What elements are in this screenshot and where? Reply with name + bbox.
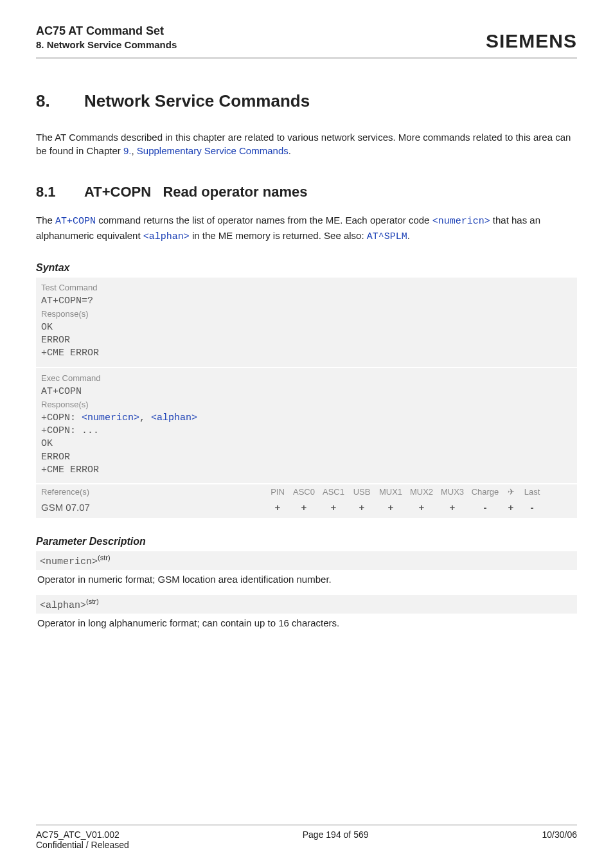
exec-command-label: Exec Command — [41, 373, 572, 383]
param-alphan-name: <alphan> — [40, 600, 86, 611]
col-asc0: ASC0 — [289, 487, 319, 497]
intro-text: The AT Commands described in this chapte… — [36, 132, 571, 157]
reference-label: Reference(s) — [41, 487, 266, 497]
brand-logo: SIEMENS — [486, 30, 577, 52]
val-asc0: + — [289, 502, 319, 513]
val-last: - — [519, 502, 545, 513]
col-mux1: MUX1 — [375, 487, 406, 497]
chapter-link[interactable]: 9. — [123, 145, 132, 156]
sp-t1: The — [36, 215, 55, 226]
chapter-heading: 8.Network Service Commands — [36, 91, 577, 111]
val-asc1: + — [319, 502, 348, 513]
atcopn-link[interactable]: AT+COPN — [55, 216, 96, 227]
param-alphan-desc: Operator in long alphanumeric format; ca… — [36, 614, 577, 635]
intro-end: . — [289, 145, 291, 156]
section-cmd: AT+COPN — [84, 184, 151, 200]
doc-title: AC75 AT Command Set — [36, 23, 177, 39]
val-mux1: + — [375, 502, 406, 513]
exec-response-ok: OK — [41, 438, 572, 450]
section-number: 8.1 — [36, 184, 84, 200]
chapter-title: Network Service Commands — [84, 91, 310, 111]
syntax-heading: Syntax — [36, 262, 577, 274]
val-air: + — [502, 502, 519, 513]
col-charge: Charge — [468, 487, 502, 497]
atsplm-link[interactable]: AT^SPLM — [367, 231, 407, 242]
numericn-link[interactable]: <numericn> — [432, 216, 490, 227]
exec-response-label: Response(s) — [41, 400, 572, 409]
val-usb: + — [348, 502, 375, 513]
r1c: , — [139, 412, 151, 423]
r1a: +COPN: — [41, 412, 82, 423]
param-numericn-box: <numericn>(str) — [36, 551, 577, 570]
reference-value-row: GSM 07.07 + + + + + + + - + - — [36, 498, 577, 518]
sp-t4: in the ME memory is returned. See also: — [190, 230, 367, 241]
footer-center: Page 194 of 569 — [129, 829, 542, 850]
alphan-link[interactable]: <alphan> — [143, 231, 190, 242]
param-alphan-box: <alphan>(str) — [36, 595, 577, 614]
chapter-number: 8. — [36, 91, 84, 111]
doc-subtitle: 8. Network Service Commands — [36, 39, 177, 51]
param-alphan-type: (str) — [86, 598, 99, 605]
intro-sep: , — [131, 145, 136, 156]
intro-paragraph: The AT Commands described in this chapte… — [36, 130, 577, 159]
exec-response-line2: +COPN: ... — [41, 425, 572, 438]
exec-response-cme: +CME ERROR — [41, 464, 572, 477]
numericn-param-link[interactable]: <numericn> — [82, 412, 139, 423]
exec-command-box: Exec Command AT+COPN Response(s) +COPN: … — [36, 368, 577, 485]
reference-value-cols: + + + + + + + - + - — [266, 502, 545, 513]
section-paragraph: The AT+COPN command returns the list of … — [36, 213, 577, 244]
exec-response-error: ERROR — [41, 451, 572, 464]
reference-columns: PIN ASC0 ASC1 USB MUX1 MUX2 MUX3 Charge … — [266, 487, 545, 497]
test-response-ok: OK — [41, 321, 572, 334]
val-pin: + — [266, 502, 289, 513]
page-footer: AC75_ATC_V01.002 Confidential / Released… — [36, 824, 577, 850]
param-numericn-type: (str) — [98, 554, 111, 562]
test-command-cmd: AT+COPN=? — [41, 295, 572, 308]
footer-left: AC75_ATC_V01.002 Confidential / Released — [36, 829, 129, 850]
supplementary-link[interactable]: Supplementary Service Commands — [137, 145, 289, 156]
section-title: Read operator names — [163, 184, 307, 200]
test-response-cme: +CME ERROR — [41, 347, 572, 360]
col-mux3: MUX3 — [437, 487, 468, 497]
footer-version: AC75_ATC_V01.002 — [36, 829, 129, 840]
param-numericn-name: <numericn> — [40, 556, 98, 567]
param-desc-heading: Parameter Description — [36, 536, 577, 547]
footer-confidential: Confidential / Released — [36, 840, 129, 850]
col-pin: PIN — [266, 487, 289, 497]
val-charge: - — [468, 502, 502, 513]
sp-t2: command returns the list of operator nam… — [96, 215, 432, 226]
test-response-label: Response(s) — [41, 309, 572, 319]
page-header: AC75 AT Command Set 8. Network Service C… — [36, 23, 577, 59]
col-asc1: ASC1 — [319, 487, 348, 497]
col-airplane-icon: ✈ — [502, 487, 519, 497]
test-response-error: ERROR — [41, 334, 572, 347]
exec-response-line1: +COPN: <numericn>, <alphan> — [41, 412, 572, 425]
col-last: Last — [519, 487, 545, 497]
exec-command-cmd: AT+COPN — [41, 385, 572, 398]
param-numericn-desc: Operator in numeric format; GSM location… — [36, 570, 577, 591]
test-command-box: Test Command AT+COPN=? Response(s) OK ER… — [36, 278, 577, 368]
test-command-label: Test Command — [41, 283, 572, 292]
reference-header-row: Reference(s) PIN ASC0 ASC1 USB MUX1 MUX2… — [36, 484, 577, 498]
col-usb: USB — [348, 487, 375, 497]
section-heading: 8.1AT+COPN Read operator names — [36, 184, 577, 200]
reference-value: GSM 07.07 — [41, 502, 266, 513]
sp-t5: . — [407, 230, 410, 241]
col-mux2: MUX2 — [406, 487, 437, 497]
val-mux2: + — [406, 502, 437, 513]
alphan-param-link[interactable]: <alphan> — [151, 412, 197, 423]
footer-right: 10/30/06 — [542, 829, 578, 850]
val-mux3: + — [437, 502, 468, 513]
header-left: AC75 AT Command Set 8. Network Service C… — [36, 23, 177, 52]
